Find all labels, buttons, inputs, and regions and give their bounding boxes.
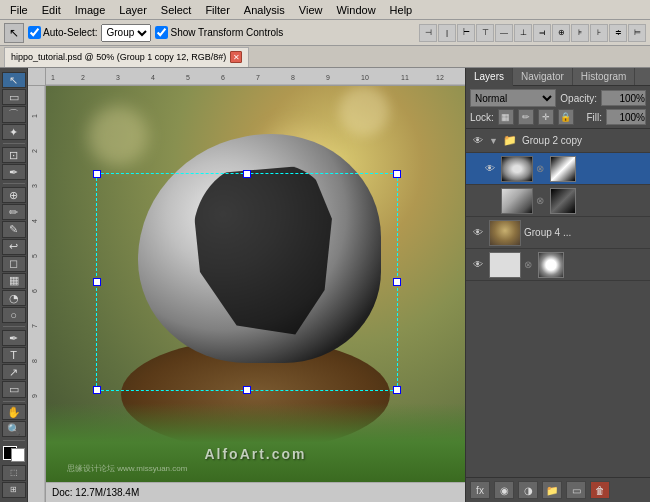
svg-text:8: 8	[31, 359, 38, 363]
add-mask-button[interactable]: ◉	[494, 481, 514, 499]
distribute-right[interactable]: ⊧	[571, 24, 589, 42]
eye-button[interactable]: 👁	[482, 161, 498, 177]
lock-image-btn[interactable]: ✏	[518, 109, 534, 125]
healing-brush-btn[interactable]: ⊕	[2, 187, 26, 203]
canvas-area[interactable]: 1 2 3 4 5 6 7 8 9 10 11 12 1 2 3 4 5	[28, 68, 465, 502]
new-adjustment-button[interactable]: ◑	[518, 481, 538, 499]
menu-select[interactable]: Select	[155, 3, 198, 17]
layer-mask-thumbnail	[550, 188, 576, 214]
screen-mode-btn[interactable]: ⊞	[2, 482, 26, 498]
menu-analysis[interactable]: Analysis	[238, 3, 291, 17]
text-tool-btn[interactable]: T	[2, 347, 26, 363]
canvas-status: Doc: 12.7M/138.4M	[46, 482, 465, 502]
layer-item[interactable]: 👁 ⊗	[466, 153, 650, 185]
close-document-button[interactable]: ✕	[230, 51, 242, 63]
panel-content: Normal Multiply Screen Overlay Opacity: …	[466, 86, 650, 477]
group-expand-arrow[interactable]: ▼	[489, 136, 498, 146]
auto-select-dropdown[interactable]: Group Layer	[101, 24, 151, 42]
lock-all-btn[interactable]: 🔒	[558, 109, 574, 125]
new-group-button[interactable]: 📁	[542, 481, 562, 499]
tab-layers[interactable]: Layers	[466, 68, 513, 86]
tool-divider-5	[3, 440, 25, 441]
align-icons: ⊣ | ⊢ ⊤ — ⊥ ⫤ ⊕ ⊧ ⊦ ≑ ⊨	[419, 24, 646, 42]
dodge-btn[interactable]: ○	[2, 307, 26, 323]
layer-item[interactable]: ⊗	[466, 185, 650, 217]
show-transform-label: Show Transform Controls	[155, 26, 283, 39]
align-center-h[interactable]: |	[438, 24, 456, 42]
move-tool-btn[interactable]: ↖	[2, 72, 26, 88]
clone-stamp-btn[interactable]: ✎	[2, 221, 26, 237]
crop-tool-btn[interactable]: ⊡	[2, 147, 26, 163]
align-left[interactable]: ⊣	[419, 24, 437, 42]
move-tool[interactable]: ↖	[4, 23, 24, 43]
menu-layer[interactable]: Layer	[113, 3, 153, 17]
hand-tool-btn[interactable]: ✋	[2, 404, 26, 420]
menu-help[interactable]: Help	[384, 3, 419, 17]
svg-text:3: 3	[31, 184, 38, 188]
tool-divider-1	[3, 143, 25, 144]
tab-navigator[interactable]: Navigator	[513, 68, 573, 85]
show-transform-checkbox[interactable]	[155, 26, 168, 39]
eyedropper-btn[interactable]: ✒	[2, 164, 26, 180]
tab-bar: hippo_tutorial.psd @ 50% (Group 1 copy 1…	[0, 46, 650, 68]
blur-btn[interactable]: ◔	[2, 290, 26, 306]
history-brush-btn[interactable]: ↩	[2, 239, 26, 255]
menu-view[interactable]: View	[293, 3, 329, 17]
tab-histogram[interactable]: Histogram	[573, 68, 636, 85]
document-tab[interactable]: hippo_tutorial.psd @ 50% (Group 1 copy 1…	[4, 47, 249, 67]
eye-button[interactable]: 👁	[470, 133, 486, 149]
distribute-left[interactable]: ⫤	[533, 24, 551, 42]
svg-text:1: 1	[51, 74, 55, 81]
align-right[interactable]: ⊢	[457, 24, 475, 42]
eraser-btn[interactable]: ◻	[2, 256, 26, 272]
menu-file[interactable]: File	[4, 3, 34, 17]
eye-button[interactable]: 👁	[470, 257, 486, 273]
new-layer-button[interactable]: ▭	[566, 481, 586, 499]
shape-tool-btn[interactable]: ▭	[2, 381, 26, 397]
canvas-content[interactable]: AlfoArt.com 思缘设计论坛 www.missyuan.com	[46, 86, 465, 482]
zoom-tool-btn[interactable]: 🔍	[2, 421, 26, 437]
distribute-mid[interactable]: ≑	[609, 24, 627, 42]
blend-mode-select[interactable]: Normal Multiply Screen Overlay	[470, 89, 556, 107]
distribute-bot[interactable]: ⊨	[628, 24, 646, 42]
gradient-btn[interactable]: ▦	[2, 273, 26, 289]
brush-tool-btn[interactable]: ✏	[2, 204, 26, 220]
lock-transparent-btn[interactable]: ▦	[498, 109, 514, 125]
eye-button[interactable]	[482, 193, 498, 209]
path-select-btn[interactable]: ↗	[2, 364, 26, 380]
menu-filter[interactable]: Filter	[199, 3, 235, 17]
auto-select-checkbox[interactable]	[28, 26, 41, 39]
svg-text:7: 7	[31, 324, 38, 328]
tool-divider-2	[3, 183, 25, 184]
panels-area: Layers Navigator Histogram Normal Multip…	[465, 68, 650, 502]
lasso-tool-btn[interactable]: ⌒	[2, 106, 26, 123]
blend-mode-row: Normal Multiply Screen Overlay Opacity:	[470, 89, 646, 107]
pen-tool-btn[interactable]: ✒	[2, 330, 26, 346]
menu-window[interactable]: Window	[330, 3, 381, 17]
align-top[interactable]: ⊤	[476, 24, 494, 42]
distribute-center[interactable]: ⊕	[552, 24, 570, 42]
menu-edit[interactable]: Edit	[36, 3, 67, 17]
svg-text:9: 9	[31, 394, 38, 398]
lock-position-btn[interactable]: ✛	[538, 109, 554, 125]
menu-image[interactable]: Image	[69, 3, 112, 17]
layer-thumbnail	[489, 252, 521, 278]
distribute-top[interactable]: ⊦	[590, 24, 608, 42]
quick-mask-btn[interactable]: ⬚	[2, 465, 26, 481]
toolbox: ↖ ▭ ⌒ ✦ ⊡ ✒ ⊕ ✏ ✎ ↩ ◻ ▦ ◔ ○ ✒ T ↗ ▭ ✋ 🔍 …	[0, 68, 28, 502]
align-bottom[interactable]: ⊥	[514, 24, 532, 42]
svg-text:4: 4	[151, 74, 155, 81]
fill-input[interactable]	[606, 109, 646, 125]
layer-item[interactable]: 👁 ⊗	[466, 249, 650, 281]
magic-wand-btn[interactable]: ✦	[2, 124, 26, 140]
opacity-input[interactable]	[601, 90, 646, 106]
selection-tool-btn[interactable]: ▭	[2, 89, 26, 105]
foreground-background-colors[interactable]	[3, 446, 25, 462]
align-middle-v[interactable]: —	[495, 24, 513, 42]
layer-style-button[interactable]: fx	[470, 481, 490, 499]
layer-item[interactable]: 👁 Group 4 ...	[466, 217, 650, 249]
ruler-corner	[28, 68, 46, 86]
eye-button[interactable]: 👁	[470, 225, 486, 241]
layer-item[interactable]: 👁 ▼ 📁 Group 2 copy	[466, 129, 650, 153]
delete-layer-button[interactable]: 🗑	[590, 481, 610, 499]
